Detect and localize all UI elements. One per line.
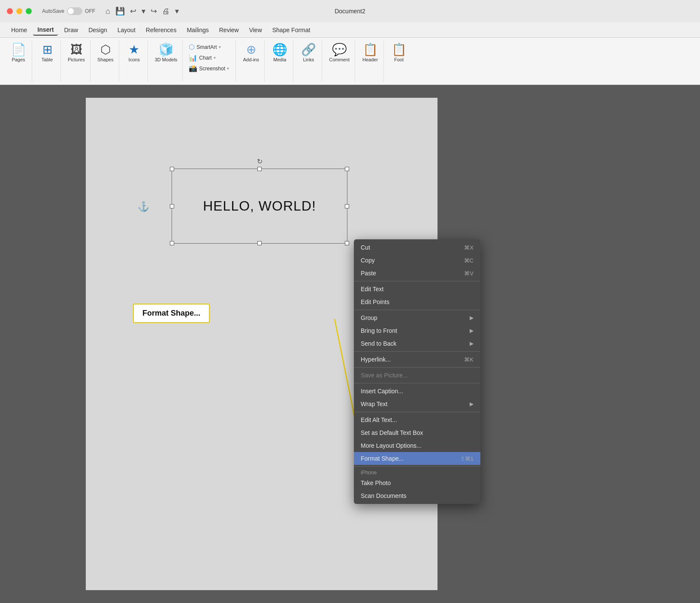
ctx-wrap-text[interactable]: Wrap Text ▶: [354, 398, 480, 410]
ctx-insert-caption[interactable]: Insert Caption...: [354, 385, 480, 398]
media-label: Media: [273, 57, 286, 63]
menu-shape-format[interactable]: Shape Format: [268, 25, 315, 35]
menu-layout[interactable]: Layout: [113, 25, 140, 35]
ribbon-icons-button[interactable]: ★ Icons: [124, 42, 145, 64]
ctx-edit-alt-text[interactable]: Edit Alt Text...: [354, 413, 480, 426]
home-icon[interactable]: ⌂: [106, 7, 110, 16]
autosave-toggle[interactable]: [67, 7, 82, 15]
menu-home[interactable]: Home: [7, 25, 31, 35]
handle-bottom-left[interactable]: [170, 241, 174, 245]
selected-text-box[interactable]: ↻ ⚓ HELLO, WORLD!: [172, 169, 347, 244]
pictures-icon: 🖼: [70, 44, 82, 56]
ctx-group[interactable]: Group ▶: [354, 311, 480, 324]
rotate-handle[interactable]: ↻: [255, 157, 264, 166]
handle-top-middle[interactable]: [257, 167, 262, 171]
ctx-sep-1: [354, 281, 480, 281]
menu-review[interactable]: Review: [215, 25, 243, 35]
smartart-dropdown-icon[interactable]: ▾: [219, 45, 221, 49]
content-area: ↻ ⚓ HELLO, WORLD! Format Shape...: [0, 85, 700, 603]
save-icon[interactable]: 💾: [115, 6, 125, 16]
ribbon-comment-button[interactable]: 💬 Comment: [326, 42, 352, 64]
ctx-send-to-back[interactable]: Send to Back ▶: [354, 337, 480, 350]
ctx-take-photo[interactable]: Take Photo: [354, 476, 480, 489]
ctx-format-shape[interactable]: Format Shape... ⇧⌘1: [354, 452, 480, 465]
screenshot-icon: 📸: [189, 64, 197, 72]
ctx-paste[interactable]: Paste ⌘V: [354, 267, 480, 280]
ribbon-shapes-button[interactable]: ⬡ Shapes: [95, 42, 116, 64]
menu-mailings[interactable]: Mailings: [182, 25, 213, 35]
ctx-send-to-back-label: Send to Back: [361, 340, 396, 347]
ctx-edit-text[interactable]: Edit Text: [354, 283, 480, 295]
autosave-label: AutoSave: [42, 8, 64, 14]
ribbon-group-icons: ★ Icons: [121, 40, 148, 82]
handle-bottom-middle[interactable]: [257, 241, 262, 245]
undo-icon[interactable]: ↩: [130, 6, 136, 16]
handle-middle-right[interactable]: [345, 204, 349, 208]
ctx-scan-documents[interactable]: Scan Documents: [354, 489, 480, 502]
pages-icon: 📄: [11, 44, 26, 56]
ctx-hyperlink-label: Hyperlink...: [361, 356, 391, 363]
links-label: Links: [303, 57, 314, 63]
menu-references[interactable]: References: [142, 25, 181, 35]
ctx-cut-shortcut: ⌘X: [464, 244, 474, 251]
ribbon-media-button[interactable]: 🌐 Media: [269, 42, 290, 64]
menu-view[interactable]: View: [245, 25, 266, 35]
close-button[interactable]: [7, 8, 13, 14]
traffic-lights: [7, 8, 32, 14]
ribbon-table-button[interactable]: ⊞ Table: [36, 42, 58, 64]
undo-dropdown-icon[interactable]: ▾: [142, 6, 145, 16]
ribbon-pictures-button[interactable]: 🖼 Pictures: [65, 42, 88, 64]
ctx-scan-documents-label: Scan Documents: [361, 492, 407, 499]
ctx-sep-4: [354, 367, 480, 368]
ribbon-links-button[interactable]: 🔗 Links: [298, 42, 319, 64]
ctx-edit-alt-text-label: Edit Alt Text...: [361, 416, 397, 423]
minimize-button[interactable]: [16, 8, 22, 14]
autosave-state: OFF: [85, 8, 95, 14]
more-icon[interactable]: ▾: [175, 6, 179, 16]
3dmodels-label: 3D Models: [155, 57, 178, 63]
chart-dropdown-icon[interactable]: ▾: [214, 55, 216, 60]
ctx-wrap-text-label: Wrap Text: [361, 401, 388, 407]
ctx-copy[interactable]: Copy ⌘C: [354, 254, 480, 267]
handle-bottom-right[interactable]: [345, 241, 349, 245]
chart-label: Chart: [199, 55, 211, 61]
ctx-edit-points-label: Edit Points: [361, 298, 389, 305]
ribbon-pages-button[interactable]: 📄 Pages: [8, 42, 29, 64]
ctx-bring-to-front[interactable]: Bring to Front ▶: [354, 324, 480, 337]
ribbon-header-button[interactable]: 📋 Header: [359, 42, 381, 64]
maximize-button[interactable]: [26, 8, 32, 14]
ribbon-group-comment: 💬 Comment: [324, 40, 355, 82]
handle-top-left[interactable]: [170, 167, 174, 171]
callout-box: Format Shape...: [133, 304, 210, 323]
ribbon-group-pictures: 🖼 Pictures: [63, 40, 91, 82]
context-menu: Cut ⌘X Copy ⌘C Paste ⌘V Edit Text Edit P…: [354, 239, 480, 504]
ctx-cut[interactable]: Cut ⌘X: [354, 241, 480, 254]
ctx-set-default-text-box[interactable]: Set as Default Text Box: [354, 426, 480, 439]
ctx-edit-points[interactable]: Edit Points: [354, 295, 480, 308]
app-container: AutoSave OFF ⌂ 💾 ↩ ▾ ↪ 🖨 ▾ Document2 Hom…: [0, 0, 700, 603]
menu-draw[interactable]: Draw: [60, 25, 82, 35]
menu-design[interactable]: Design: [84, 25, 112, 35]
ctx-more-layout-options[interactable]: More Layout Options...: [354, 439, 480, 452]
ctx-hyperlink-shortcut: ⌘K: [464, 356, 474, 363]
print-icon[interactable]: 🖨: [162, 7, 170, 16]
window-title: Document2: [335, 8, 365, 15]
ctx-insert-caption-label: Insert Caption...: [361, 388, 403, 395]
redo-icon[interactable]: ↪: [151, 6, 157, 16]
ribbon-screenshot-button[interactable]: 📸 Screenshot ▾: [187, 63, 233, 73]
ribbon-group-table: ⊞ Table: [34, 40, 61, 82]
ribbon-smartart-button[interactable]: ⬡ SmartArt ▾: [187, 42, 233, 52]
ribbon-group-shapes: ⬡ Shapes: [92, 40, 119, 82]
handle-middle-left[interactable]: [170, 204, 174, 208]
smartart-label: SmartArt: [196, 44, 217, 50]
ribbon-footer-button[interactable]: 📋 Foot: [388, 42, 410, 64]
ribbon-chart-button[interactable]: 📊 Chart ▾: [187, 53, 233, 63]
ctx-hyperlink[interactable]: Hyperlink... ⌘K: [354, 353, 480, 366]
screenshot-dropdown-icon[interactable]: ▾: [227, 66, 229, 71]
text-box-content: HELLO, WORLD!: [203, 198, 316, 214]
ribbon-group-pages: 📄 Pages: [5, 40, 32, 82]
menu-insert[interactable]: Insert: [33, 24, 58, 36]
ribbon-3dmodels-button[interactable]: 🧊 3D Models: [152, 42, 180, 64]
ribbon-addins-button[interactable]: ⊕ Add-ins: [240, 42, 262, 64]
handle-top-right[interactable]: [345, 167, 349, 171]
